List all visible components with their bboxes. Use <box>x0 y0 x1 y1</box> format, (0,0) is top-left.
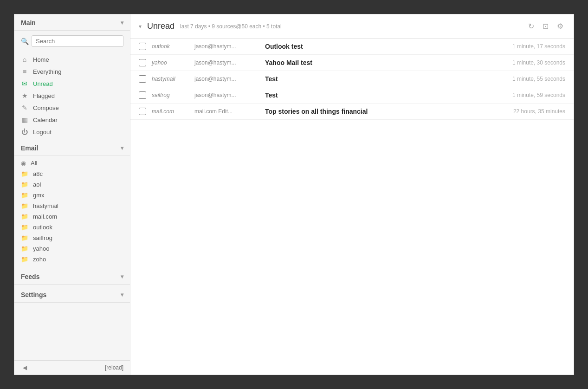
view-dropdown-arrow[interactable]: ▾ <box>139 23 142 30</box>
row-sender-5: mail.com Edit... <box>194 108 259 115</box>
header-left: ▾ Unread last 7 days • 9 sources@50 each… <box>139 21 282 31</box>
row-checkbox-2[interactable] <box>139 59 146 66</box>
row-source-3: hastymail <box>152 76 189 82</box>
nav-section: ⌂ Home ≡ Everything ✉ Unread ★ Flagged ✎… <box>14 53 130 138</box>
email-section-header[interactable]: Email ▾ <box>14 140 130 156</box>
row-checkbox-4[interactable] <box>139 91 146 99</box>
table-row[interactable]: yahoo jason@hastym... Yahoo Mail test 1 … <box>130 55 574 71</box>
settings-button[interactable]: ⚙ <box>555 20 565 32</box>
archive-button[interactable]: ⊡ <box>541 20 550 32</box>
compose-icon: ✎ <box>21 104 28 111</box>
feeds-section-chevron: ▾ <box>121 273 123 280</box>
nav-item-everything[interactable]: ≡ Everything <box>14 65 130 78</box>
email-item-label-a8c: a8c <box>33 170 43 177</box>
collapse-button[interactable]: ◀ <box>21 363 29 372</box>
email-item-label-outlook: outlook <box>33 224 52 231</box>
nav-label-compose: Compose <box>33 104 59 111</box>
row-source-2: yahoo <box>152 59 189 66</box>
email-item-outlook[interactable]: 📁 outlook <box>14 222 130 233</box>
reload-link[interactable]: [reload] <box>105 364 123 371</box>
email-item-hastymail[interactable]: 📁 hastymail <box>14 201 130 211</box>
refresh-button[interactable]: ↻ <box>526 20 536 32</box>
email-item-label-hastymail: hastymail <box>33 202 58 209</box>
email-item-sailfrog[interactable]: 📁 sailfrog <box>14 233 130 243</box>
table-row[interactable]: outlook jason@hastym... Outlook test 1 m… <box>130 39 574 55</box>
nav-item-home[interactable]: ⌂ Home <box>14 53 130 65</box>
email-item-yahoo[interactable]: 📁 yahoo <box>14 243 130 254</box>
feeds-section-header[interactable]: Feeds ▾ <box>14 268 130 285</box>
main-header: ▾ Unread last 7 days • 9 sources@50 each… <box>130 14 574 39</box>
email-item-a8c[interactable]: 📁 a8c <box>14 169 130 179</box>
nav-label-everything: Everything <box>33 68 61 75</box>
nav-item-calendar[interactable]: ▦ Calendar <box>14 114 130 126</box>
row-checkbox-3[interactable] <box>139 75 146 83</box>
email-item-label-gmx: gmx <box>33 192 45 199</box>
nav-label-home: Home <box>33 56 49 63</box>
home-icon: ⌂ <box>21 56 28 63</box>
email-item-gmx[interactable]: 📁 gmx <box>14 190 130 201</box>
row-subject-4: Test <box>265 91 507 99</box>
header-actions: ↻ ⊡ ⚙ <box>526 20 565 32</box>
feeds-section: Feeds ▾ <box>14 268 130 285</box>
row-subject-3: Test <box>265 75 507 83</box>
row-time-2: 1 minute, 30 seconds <box>512 59 565 66</box>
app-container: Main ▾ 🔍 ⌂ Home ≡ Everything ✉ Unread ★ <box>14 14 574 375</box>
table-row[interactable]: sailfrog jason@hastym... Test 1 minute, … <box>130 87 574 104</box>
row-time-3: 1 minute, 55 seconds <box>512 76 565 82</box>
flagged-icon: ★ <box>21 92 28 99</box>
row-source-1: outlook <box>152 43 189 50</box>
main-section-chevron: ▾ <box>121 19 123 26</box>
folder-icon-hastymail: 📁 <box>21 202 28 209</box>
sidebar-bottom: ◀ [reload] <box>14 360 130 375</box>
table-row[interactable]: hastymail jason@hastym... Test 1 minute,… <box>130 71 574 87</box>
email-item-label-yahoo: yahoo <box>33 245 49 252</box>
nav-item-compose[interactable]: ✎ Compose <box>14 102 130 114</box>
row-sender-4: jason@hastym... <box>194 92 259 98</box>
email-item-zoho[interactable]: 📁 zoho <box>14 254 130 265</box>
sidebar: Main ▾ 🔍 ⌂ Home ≡ Everything ✉ Unread ★ <box>14 14 130 375</box>
search-input[interactable] <box>32 35 123 47</box>
folder-icon-mailcom: 📁 <box>21 213 28 220</box>
logout-icon: ⏻ <box>21 128 28 136</box>
row-checkbox-1[interactable] <box>139 43 146 50</box>
email-item-label-mailcom: mail.com <box>33 213 57 220</box>
email-item-label-all: All <box>31 160 37 167</box>
main-section-header[interactable]: Main ▾ <box>14 14 130 31</box>
email-item-aol[interactable]: 📁 aol <box>14 179 130 190</box>
nav-label-flagged: Flagged <box>33 92 55 99</box>
page-title: Unread <box>147 21 174 31</box>
settings-section-chevron: ▾ <box>121 292 123 298</box>
folder-icon-aol: 📁 <box>21 181 28 188</box>
email-item-mailcom[interactable]: 📁 mail.com <box>14 211 130 222</box>
settings-section-header[interactable]: Settings ▾ <box>14 286 130 303</box>
nav-item-logout[interactable]: ⏻ Logout <box>14 126 130 138</box>
nav-item-unread[interactable]: ✉ Unread <box>14 78 130 90</box>
settings-section: Settings ▾ <box>14 286 130 303</box>
row-subject-1: Outlook test <box>265 43 507 50</box>
row-time-5: 22 hours, 35 minutes <box>513 108 565 115</box>
email-item-all[interactable]: ◉ All <box>14 158 130 169</box>
email-item-label-zoho: zoho <box>33 256 46 263</box>
everything-icon: ≡ <box>21 68 28 75</box>
folder-icon-a8c: 📁 <box>21 170 28 177</box>
email-item-label-sailfrog: sailfrog <box>33 234 52 241</box>
row-subject-2: Yahoo Mail test <box>265 59 507 66</box>
search-container: 🔍 <box>14 31 130 52</box>
folder-icon-yahoo: 📁 <box>21 245 28 252</box>
email-item-label-aol: aol <box>33 181 41 188</box>
nav-label-unread: Unread <box>33 80 53 87</box>
row-checkbox-5[interactable] <box>139 108 146 115</box>
nav-item-flagged[interactable]: ★ Flagged <box>14 90 130 102</box>
search-icon: 🔍 <box>21 38 29 45</box>
nav-label-calendar: Calendar <box>33 117 58 123</box>
row-subject-5: Top stories on all things financial <box>265 108 508 115</box>
row-source-5: mail.com <box>152 108 189 115</box>
email-section-label: Email <box>21 144 38 152</box>
unread-icon: ✉ <box>21 80 28 87</box>
row-time-1: 1 minute, 17 seconds <box>512 43 565 50</box>
email-table: outlook jason@hastym... Outlook test 1 m… <box>130 39 574 375</box>
row-source-4: sailfrog <box>152 92 189 98</box>
table-row[interactable]: mail.com mail.com Edit... Top stories on… <box>130 104 574 120</box>
email-items-list: ◉ All 📁 a8c 📁 aol 📁 gmx 📁 hastymai <box>14 156 130 266</box>
main-section-label: Main <box>21 19 36 26</box>
